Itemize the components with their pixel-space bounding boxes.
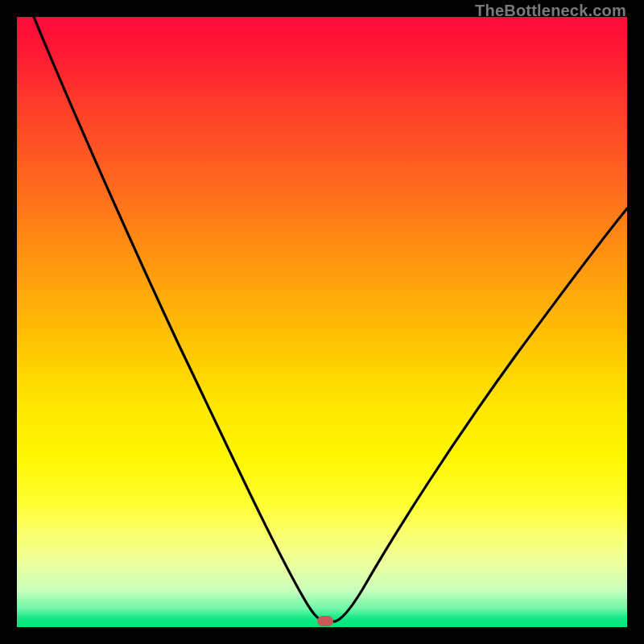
- bottleneck-curve: [17, 17, 627, 627]
- curve-path: [34, 17, 627, 621]
- plot-area: [17, 17, 627, 627]
- optimal-marker: [317, 616, 333, 626]
- chart-frame: TheBottleneck.com: [0, 0, 644, 644]
